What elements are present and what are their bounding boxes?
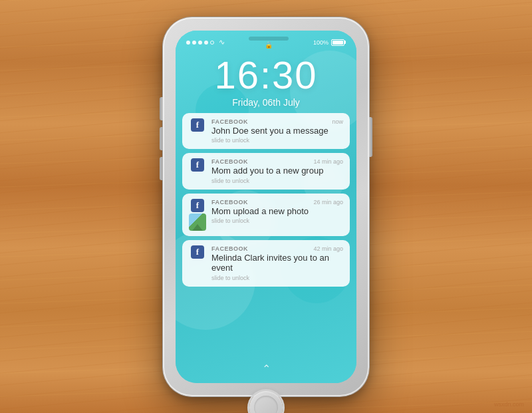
wifi-icon: ∿ (219, 38, 225, 47)
facebook-logo-2: f (191, 158, 204, 172)
notif-icon-area-2: f (189, 158, 206, 172)
battery-percent: 100% (313, 39, 329, 46)
phone-screen: ∿ 🔒 100% 16:30 Friday, 06th July (176, 31, 356, 383)
notif-app-2: FACEBOOK (211, 158, 248, 165)
bottom-area: ⌃ (176, 357, 356, 383)
status-bar: ∿ 🔒 100% (176, 31, 356, 49)
notif-message-4: Melinda Clark invites you to an event (211, 253, 343, 273)
signal-area: ∿ (186, 38, 225, 47)
notif-action-3: slide to unlock (211, 217, 343, 224)
time-section: 16:30 Friday, 06th July (176, 49, 356, 113)
photo-thumbnail (189, 213, 206, 231)
notif-action-2: slide to unlock (211, 178, 343, 184)
notif-app-1: FACEBOOK (211, 118, 248, 125)
notif-message-1: John Doe sent you a message (211, 126, 343, 136)
notif-message-2: Mom add you to a new group (211, 166, 343, 176)
notif-message-3: Mom upload a new photo (211, 206, 343, 217)
signal-dot-5 (210, 41, 214, 45)
notif-time-2: 14 min ago (313, 158, 343, 165)
notif-time-3: 26 min ago (313, 199, 343, 206)
notif-header-4: FACEBOOK 42 min ago (211, 245, 343, 252)
notif-icon-area-3: f (189, 199, 206, 231)
notifications-list: f FACEBOOK now John Doe sent you a messa… (176, 113, 356, 357)
notif-header-3: FACEBOOK 26 min ago (211, 199, 343, 206)
signal-dot-4 (204, 41, 208, 45)
status-center: 🔒 (249, 37, 289, 49)
notif-app-3: FACEBOOK (211, 199, 248, 206)
notif-content-2: FACEBOOK 14 min ago Mom add you to a new… (211, 158, 343, 184)
time-display: 16:30 (176, 56, 356, 94)
notif-action-1: slide to unlock (211, 137, 343, 144)
facebook-logo-4: f (191, 245, 204, 259)
notification-3[interactable]: f FACEBOOK 26 min ago Mom upload a new p… (182, 194, 350, 236)
signal-dot-2 (192, 41, 196, 45)
notif-content-3: FACEBOOK 26 min ago Mom upload a new pho… (211, 199, 343, 225)
date-display: Friday, 06th July (176, 97, 356, 108)
notif-action-4: slide to unlock (211, 275, 343, 281)
notif-header-2: FACEBOOK 14 min ago (211, 158, 343, 165)
signal-dot-3 (198, 41, 202, 45)
watermark: wsxdn.com (494, 401, 524, 408)
home-button[interactable] (249, 391, 283, 414)
notif-time-1: now (332, 118, 343, 125)
notif-time-4: 42 min ago (313, 245, 343, 252)
notification-4[interactable]: f FACEBOOK 42 min ago Melinda Clark invi… (182, 240, 350, 287)
facebook-logo-3: f (191, 199, 204, 212)
facebook-logo-1: f (191, 118, 204, 132)
mountain-icon (192, 224, 203, 231)
signal-dot-1 (186, 41, 190, 45)
notif-header-1: FACEBOOK now (211, 118, 343, 125)
lock-icon: 🔒 (265, 41, 273, 49)
notification-2[interactable]: f FACEBOOK 14 min ago Mom add you to a n… (182, 153, 350, 190)
notif-content-1: FACEBOOK now John Doe sent you a message… (211, 118, 343, 144)
notif-content-4: FACEBOOK 42 min ago Melinda Clark invite… (211, 245, 343, 281)
battery-icon (331, 39, 346, 46)
notif-app-4: FACEBOOK (211, 245, 248, 252)
home-button-inner (254, 396, 278, 414)
notif-icon-area-4: f (189, 245, 206, 259)
notif-icon-area-1: f (189, 118, 206, 132)
phone-shell: ∿ 🔒 100% 16:30 Friday, 06th July (163, 17, 369, 396)
notification-1[interactable]: f FACEBOOK now John Doe sent you a messa… (182, 113, 350, 150)
speaker (249, 37, 289, 41)
chevron-up-icon[interactable]: ⌃ (262, 362, 271, 375)
battery-area: 100% (313, 39, 346, 46)
